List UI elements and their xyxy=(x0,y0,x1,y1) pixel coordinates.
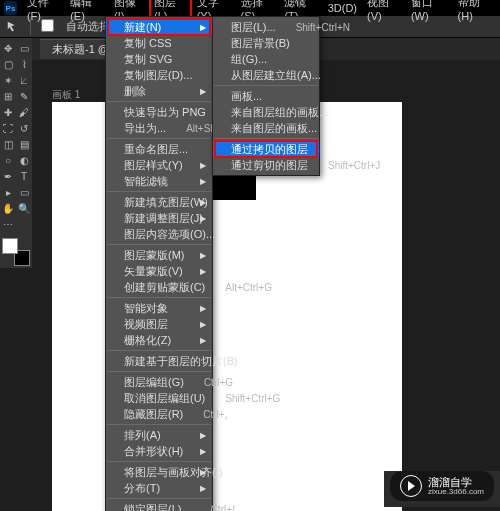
menu-item[interactable]: 隐藏图层(R)Ctrl+, xyxy=(106,406,212,422)
menu-item[interactable]: 图层内容选项(O)... xyxy=(106,226,212,242)
edit-toolbar[interactable]: ⋯ xyxy=(0,216,16,232)
watermark-brand: 溜溜自学 xyxy=(428,476,484,488)
menu-item[interactable]: 图层(L)...Shift+Ctrl+N xyxy=(213,19,319,35)
menu-window[interactable]: 窗口(W) xyxy=(407,0,452,23)
marquee-tool[interactable]: ▢ xyxy=(0,56,16,72)
pen-tool[interactable]: ✒ xyxy=(0,168,16,184)
play-icon xyxy=(400,475,422,497)
stamp-tool[interactable]: ⛶ xyxy=(0,120,16,136)
menu-item[interactable]: 栅格化(Z)▶ xyxy=(106,332,212,348)
menu-item[interactable]: 智能滤镜▶ xyxy=(106,173,212,189)
auto-select-checkbox[interactable] xyxy=(41,19,56,34)
history-brush-tool[interactable]: ↺ xyxy=(16,120,32,136)
eraser-tool[interactable]: ◫ xyxy=(0,136,16,152)
foreground-color[interactable] xyxy=(2,238,18,254)
menu-help[interactable]: 帮助(H) xyxy=(454,0,496,23)
brush-tool[interactable]: 🖌 xyxy=(16,104,32,120)
layer-menu-dropdown: 新建(N)▶复制 CSS复制 SVG复制图层(D)...删除▶快速导出为 PNG… xyxy=(105,16,213,511)
blur-tool[interactable]: ○ xyxy=(0,152,16,168)
frame-tool[interactable]: ⊞ xyxy=(0,88,16,104)
menu-item[interactable]: 重命名图层... xyxy=(106,141,212,157)
menu-item[interactable]: 复制图层(D)... xyxy=(106,67,212,83)
menu-3d[interactable]: 3D(D) xyxy=(324,1,361,15)
menu-item[interactable]: 将图层与画板对齐(I)▶ xyxy=(106,464,212,480)
color-swatches[interactable] xyxy=(2,238,30,266)
menu-item[interactable]: 新建填充图层(W)▶ xyxy=(106,194,212,210)
menu-item[interactable]: 导出为...Alt+Shift+Ctrl+' xyxy=(106,120,212,136)
quick-select-tool[interactable]: ✶ xyxy=(0,72,16,88)
menu-item[interactable]: 画板... xyxy=(213,88,319,104)
eyedropper-tool[interactable]: ✎ xyxy=(16,88,32,104)
menu-item[interactable]: 删除▶ xyxy=(106,83,212,99)
gradient-tool[interactable]: ▤ xyxy=(16,136,32,152)
menu-item[interactable]: 矢量蒙版(V)▶ xyxy=(106,263,212,279)
menu-item[interactable]: 分布(T)▶ xyxy=(106,480,212,496)
menu-view[interactable]: 视图(V) xyxy=(363,0,405,23)
app-logo: Ps xyxy=(4,1,17,15)
move-tool-icon xyxy=(6,20,20,34)
move-tool[interactable]: ✥ xyxy=(0,40,16,56)
type-tool[interactable]: T xyxy=(16,168,32,184)
menu-item[interactable]: 组(G)... xyxy=(213,51,319,67)
menu-item[interactable]: 图层蒙版(M)▶ xyxy=(106,247,212,263)
heal-tool[interactable]: ✚ xyxy=(0,104,16,120)
menu-item[interactable]: 新建调整图层(J)▶ xyxy=(106,210,212,226)
menu-item[interactable]: 新建(N)▶ xyxy=(106,19,212,35)
path-select-tool[interactable]: ▸ xyxy=(0,184,16,200)
menu-item[interactable]: 新建基于图层的切片(B) xyxy=(106,353,212,369)
menu-item[interactable]: 复制 CSS xyxy=(106,35,212,51)
menubar: Ps 文件(F) 编辑(E) 图像(I) 图层(L) 文字(Y) 选择(S) 滤… xyxy=(0,0,500,16)
menu-item[interactable]: 从图层建立组(A)... xyxy=(213,67,319,83)
menu-item[interactable]: 创建剪贴蒙版(C)Alt+Ctrl+G xyxy=(106,279,212,295)
menu-item[interactable]: 通过剪切的图层Shift+Ctrl+J xyxy=(213,157,319,173)
menu-item[interactable]: 锁定图层(L)...Ctrl+/ xyxy=(106,501,212,511)
lasso-tool[interactable]: ⌇ xyxy=(16,56,32,72)
watermark-url: zixue.3d66.com xyxy=(428,488,484,497)
toolbox: ✥ ▭ ▢ ⌇ ✶ ⟀ ⊞ ✎ ✚ 🖌 ⛶ ↺ ◫ ▤ ○ ◐ ✒ T ▸ ▭ … xyxy=(0,38,32,268)
menu-item[interactable]: 复制 SVG xyxy=(106,51,212,67)
zoom-tool[interactable]: 🔍 xyxy=(16,200,32,216)
menu-item[interactable]: 视频图层▶ xyxy=(106,316,212,332)
divider xyxy=(30,19,31,35)
dodge-tool[interactable]: ◐ xyxy=(16,152,32,168)
crop-tool[interactable]: ⟀ xyxy=(16,72,32,88)
menu-item[interactable]: 智能对象▶ xyxy=(106,300,212,316)
menu-item[interactable]: 图层背景(B) xyxy=(213,35,319,51)
menu-item[interactable]: 快速导出为 PNGShift+Ctrl+' xyxy=(106,104,212,120)
artboard-label[interactable]: 画板 1 xyxy=(52,88,80,102)
watermark: 溜溜自学 zixue.3d66.com xyxy=(390,471,494,501)
menu-item[interactable]: 来自图层的画板... xyxy=(213,120,319,136)
menu-item[interactable]: 图层样式(Y)▶ xyxy=(106,157,212,173)
menu-item[interactable]: 取消图层编组(U)Shift+Ctrl+G xyxy=(106,390,212,406)
menu-item[interactable]: 图层编组(G)Ctrl+G xyxy=(106,374,212,390)
artboard-tool[interactable]: ▭ xyxy=(16,40,32,56)
shape-tool[interactable]: ▭ xyxy=(16,184,32,200)
menu-item[interactable]: 通过拷贝的图层Ctrl+J xyxy=(213,141,319,157)
menu-item[interactable]: 排列(A)▶ xyxy=(106,427,212,443)
layer-new-submenu: 图层(L)...Shift+Ctrl+N图层背景(B)组(G)...从图层建立组… xyxy=(212,16,320,176)
menu-item[interactable]: 来自图层组的画板... xyxy=(213,104,319,120)
menu-item[interactable]: 合并形状(H)▶ xyxy=(106,443,212,459)
hand-tool[interactable]: ✋ xyxy=(0,200,16,216)
